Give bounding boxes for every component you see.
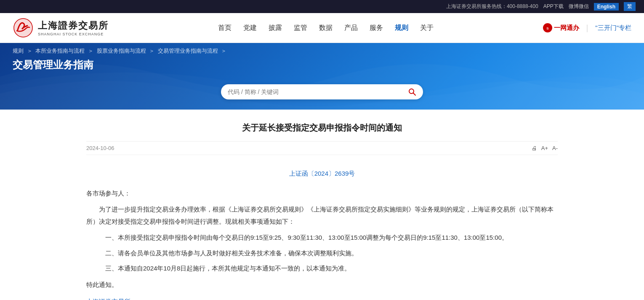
- print-button[interactable]: 🖨: [532, 145, 537, 151]
- app-download-link[interactable]: APP下载: [543, 3, 564, 10]
- item-2-text: 二、请各会员单位及其他市场参与人及时做好相关业务技术准备，确保本次调整顺利实施。: [105, 249, 358, 257]
- logo-area: 上海證券交易所 SHANGHAI STOCK EXCHANGE: [13, 17, 109, 38]
- paragraph-1: 为了进一步提升指定交易业务办理效率，根据《上海证券交易所交易规则》《上海证券交易…: [86, 204, 558, 228]
- logo-en: SHANGHAI STOCK EXCHANGE: [38, 32, 109, 36]
- org: 上海证券交易所: [86, 296, 558, 300]
- font-minus-button[interactable]: A-: [552, 145, 558, 151]
- search-icon: [408, 88, 416, 96]
- nav-service[interactable]: 服务: [370, 24, 383, 32]
- font-plus-button[interactable]: A+: [541, 145, 548, 151]
- lang-en-button[interactable]: English: [594, 3, 619, 11]
- top-bar: 上海证券交易所服务热线：400-8888-400 APP下载 微博微信 Engl…: [0, 0, 644, 13]
- logo-text: 上海證券交易所 SHANGHAI STOCK EXCHANGE: [38, 19, 109, 36]
- article-body: 上证函〔2024〕2639号 各市场参与人： 为了进一步提升指定交易业务办理效率…: [86, 168, 558, 300]
- svg-text:S: S: [547, 27, 549, 30]
- sangmen-link[interactable]: "三开门"专栏: [595, 24, 631, 32]
- banner-title: 交易管理业务指南: [0, 55, 644, 80]
- article-date: 2024-10-06: [86, 145, 114, 151]
- yiwan-link[interactable]: S 一网通办: [543, 23, 579, 32]
- svg-line-5: [413, 93, 416, 96]
- breadcrumb-sep-4: ＞: [221, 48, 226, 54]
- banner: 规则 ＞ 本所业务指南与流程 ＞ 股票业务指南与流程 ＞ 交易管理业务指南与流程…: [0, 43, 644, 110]
- doc-no: 上证函〔2024〕2639号: [86, 168, 558, 180]
- weibo-wechat-link[interactable]: 微博微信: [569, 3, 589, 10]
- search-bar: [221, 84, 423, 99]
- search-bar-wrap: [0, 80, 644, 110]
- nav-product[interactable]: 产品: [344, 24, 358, 32]
- article-meta: 2024-10-06 🖨 A+ A-: [86, 141, 558, 155]
- item-1: 一、本所接受指定交易申报指令时间由每个交易日的9:15至9:25、9:30至11…: [105, 232, 558, 244]
- yiwan-text: 一网通办: [554, 24, 579, 32]
- nav-rules[interactable]: 规则: [395, 24, 408, 32]
- nav-data[interactable]: 数据: [319, 24, 333, 32]
- nav-home[interactable]: 首页: [218, 24, 232, 32]
- breadcrumb-sep-2: ＞: [88, 48, 93, 54]
- logo-icon: [13, 17, 34, 38]
- content-area: 关于延长接受指定交易申报指令时间的通知 2024-10-06 🖨 A+ A- 上…: [69, 110, 575, 300]
- search-input[interactable]: [228, 88, 408, 95]
- breadcrumb-sep-1: ＞: [27, 48, 32, 54]
- main-nav: 首页 党建 披露 监管 数据 产品 服务 规则 关于: [109, 24, 543, 32]
- breadcrumb: 规则 ＞ 本所业务指南与流程 ＞ 股票业务指南与流程 ＞ 交易管理业务指南与流程…: [0, 43, 644, 55]
- nav-about[interactable]: 关于: [420, 24, 434, 32]
- nav-party[interactable]: 党建: [243, 24, 257, 32]
- breadcrumb-business-guide[interactable]: 本所业务指南与流程: [35, 48, 85, 54]
- item-3: 三、本通知自2024年10月8日起施行，本所其他规定与本通知不一致的，以本通知为…: [105, 262, 558, 275]
- nav-disclosure[interactable]: 披露: [269, 24, 282, 32]
- salute: 各市场参与人：: [86, 188, 558, 200]
- closing: 特此通知。: [86, 279, 558, 291]
- lang-tw-button[interactable]: 繁: [624, 2, 636, 11]
- search-button[interactable]: [408, 88, 416, 96]
- nav-divider: ｜: [583, 23, 591, 33]
- nav-supervision[interactable]: 监管: [294, 24, 307, 32]
- item-3-text: 三、本通知自2024年10月8日起施行，本所其他规定与本通知不一致的，以本通知为…: [105, 265, 351, 272]
- logo-zh: 上海證券交易所: [38, 19, 109, 32]
- item-1-text: 一、本所接受指定交易申报指令时间由每个交易日的9:15至9:25、9:30至11…: [105, 234, 508, 241]
- breadcrumb-rules[interactable]: 规则: [13, 48, 24, 54]
- breadcrumb-stock-guide[interactable]: 股票业务指南与流程: [97, 48, 146, 54]
- article-title: 关于延长接受指定交易申报指令时间的通知: [86, 122, 558, 134]
- item-2: 二、请各会员单位及其他市场参与人及时做好相关业务技术准备，确保本次调整顺利实施。: [105, 247, 558, 260]
- breadcrumb-sep-3: ＞: [149, 48, 154, 54]
- header: 上海證券交易所 SHANGHAI STOCK EXCHANGE 首页 党建 披露…: [0, 13, 644, 43]
- hotline-text: 上海证券交易所服务热线：400-8888-400: [446, 3, 538, 10]
- breadcrumb-trade-guide[interactable]: 交易管理业务指南与流程: [158, 48, 218, 54]
- yiwan-icon: S: [543, 23, 552, 32]
- nav-extra: S 一网通办 ｜ "三开门"专栏: [543, 23, 631, 33]
- meta-tools: 🖨 A+ A-: [532, 145, 558, 151]
